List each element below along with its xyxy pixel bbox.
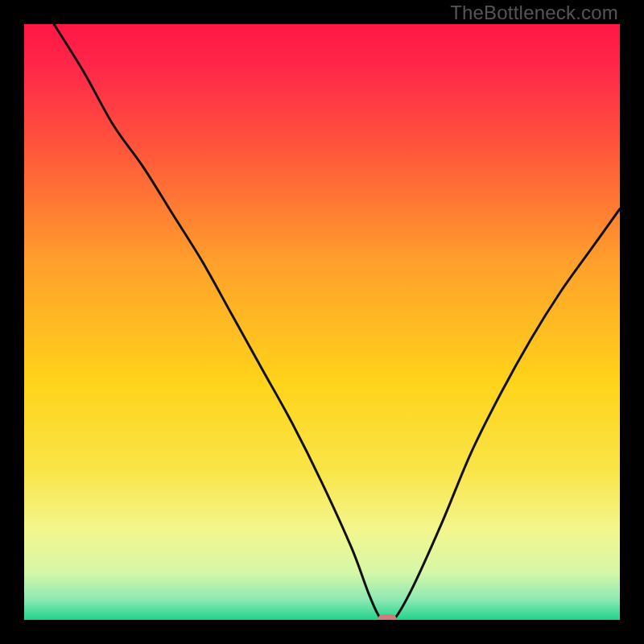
chart-frame: TheBottleneck.com [0,0,644,644]
minimum-marker [378,614,397,620]
plot-area [24,24,620,620]
watermark-text: TheBottleneck.com [450,2,618,24]
bottleneck-curve [24,24,620,620]
